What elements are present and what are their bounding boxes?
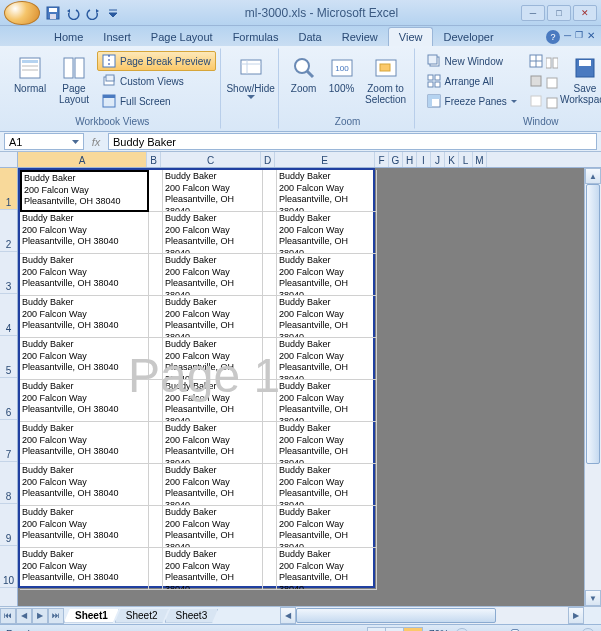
scroll-right-button[interactable]: ▶ xyxy=(568,607,584,624)
cell[interactable] xyxy=(263,338,277,380)
cell[interactable] xyxy=(263,170,277,212)
tab-nav-next[interactable]: ▶ xyxy=(32,608,48,624)
normal-view-shortcut[interactable] xyxy=(368,628,386,632)
page-layout-shortcut[interactable] xyxy=(386,628,404,632)
undo-icon[interactable] xyxy=(64,4,82,22)
formula-bar[interactable]: Buddy Baker xyxy=(108,133,597,150)
scroll-left-button[interactable]: ◀ xyxy=(280,607,296,624)
zoom-out-button[interactable]: − xyxy=(455,628,469,632)
split-button[interactable] xyxy=(524,51,542,71)
cell[interactable] xyxy=(149,212,163,254)
cell[interactable] xyxy=(149,548,163,590)
page-break-preview-button[interactable]: Page Break Preview xyxy=(97,51,216,71)
worksheet-area[interactable]: 12345678910 Buddy Baker200 Falcon WayPle… xyxy=(0,168,601,606)
cell[interactable]: Buddy Baker200 Falcon WayPleasantville, … xyxy=(20,506,149,548)
tab-nav-prev[interactable]: ◀ xyxy=(16,608,32,624)
zoom-button[interactable]: Zoom xyxy=(286,51,322,115)
cell[interactable]: Buddy Baker200 Falcon WayPleasantville, … xyxy=(277,296,377,338)
save-icon[interactable] xyxy=(44,4,62,22)
cell[interactable]: Buddy Baker200 Falcon WayPleasantville, … xyxy=(20,548,149,590)
cell[interactable] xyxy=(263,506,277,548)
sync-scroll-button[interactable] xyxy=(544,73,558,93)
cell[interactable]: Buddy Baker200 Falcon WayPleasantville, … xyxy=(277,422,377,464)
tab-home[interactable]: Home xyxy=(44,28,93,46)
row-header-6[interactable]: 6 xyxy=(0,378,17,420)
cell[interactable] xyxy=(149,254,163,296)
cell[interactable]: Buddy Baker200 Falcon WayPleasantville, … xyxy=(163,380,263,422)
hide-button[interactable] xyxy=(524,71,542,91)
doc-close-icon[interactable]: ✕ xyxy=(587,30,595,44)
cell[interactable]: Buddy Baker200 Falcon WayPleasantville, … xyxy=(163,212,263,254)
col-header-I[interactable]: I xyxy=(417,152,431,167)
fx-icon[interactable]: fx xyxy=(88,136,104,148)
col-header-G[interactable]: G xyxy=(389,152,403,167)
row-header-4[interactable]: 4 xyxy=(0,294,17,336)
cell[interactable] xyxy=(149,422,163,464)
name-box[interactable]: A1 xyxy=(4,133,84,150)
cell[interactable]: Buddy Baker200 Falcon WayPleasantville, … xyxy=(20,254,149,296)
hscroll-thumb[interactable] xyxy=(296,608,496,623)
cell[interactable]: Buddy Baker200 Falcon WayPleasantville, … xyxy=(277,338,377,380)
tab-nav-first[interactable]: ⏮ xyxy=(0,608,16,624)
normal-view-button[interactable]: Normal xyxy=(9,51,51,115)
cell[interactable]: Buddy Baker200 Falcon WayPleasantville, … xyxy=(20,380,149,422)
save-workspace-button[interactable]: Save Workspace xyxy=(560,51,601,115)
tab-data[interactable]: Data xyxy=(288,28,331,46)
cell[interactable]: Buddy Baker200 Falcon WayPleasantville, … xyxy=(277,212,377,254)
col-header-E[interactable]: E xyxy=(275,152,375,167)
show-hide-button[interactable]: Show/Hide xyxy=(228,51,274,115)
cell[interactable] xyxy=(263,464,277,506)
vertical-scrollbar[interactable]: ▲ ▼ xyxy=(584,168,601,606)
minimize-button[interactable]: ─ xyxy=(521,5,545,21)
row-header-1[interactable]: 1 xyxy=(0,168,17,210)
tab-developer[interactable]: Developer xyxy=(433,28,503,46)
col-header-H[interactable]: H xyxy=(403,152,417,167)
cell[interactable] xyxy=(149,170,163,212)
col-header-L[interactable]: L xyxy=(459,152,473,167)
cell[interactable]: Buddy Baker200 Falcon WayPleasantville, … xyxy=(20,338,149,380)
col-header-M[interactable]: M xyxy=(473,152,487,167)
full-screen-button[interactable]: Full Screen xyxy=(97,91,216,111)
maximize-button[interactable]: □ xyxy=(547,5,571,21)
zoom-selection-button[interactable]: Zoom to Selection xyxy=(362,51,410,115)
cell[interactable]: Buddy Baker200 Falcon WayPleasantville, … xyxy=(277,170,377,212)
cell[interactable] xyxy=(263,212,277,254)
tab-view[interactable]: View xyxy=(388,27,434,46)
cell[interactable] xyxy=(263,296,277,338)
sheet-tab-1[interactable]: Sheet1 xyxy=(64,609,119,623)
page-break-shortcut[interactable] xyxy=(404,628,422,632)
zoom-100-button[interactable]: 100 100% xyxy=(324,51,360,115)
cell[interactable]: Buddy Baker200 Falcon WayPleasantville, … xyxy=(20,212,149,254)
col-header-K[interactable]: K xyxy=(445,152,459,167)
cell[interactable]: Buddy Baker200 Falcon WayPleasantville, … xyxy=(20,422,149,464)
row-header-10[interactable]: 10 xyxy=(0,546,17,588)
cell[interactable]: Buddy Baker200 Falcon WayPleasantville, … xyxy=(163,254,263,296)
tab-formulas[interactable]: Formulas xyxy=(223,28,289,46)
cell[interactable] xyxy=(263,380,277,422)
scroll-down-button[interactable]: ▼ xyxy=(585,590,601,606)
doc-minimize-icon[interactable]: ─ xyxy=(564,30,571,44)
row-header-8[interactable]: 8 xyxy=(0,462,17,504)
cell[interactable]: Buddy Baker200 Falcon WayPleasantville, … xyxy=(277,380,377,422)
cell[interactable] xyxy=(149,338,163,380)
sheet-tab-3[interactable]: Sheet3 xyxy=(165,609,219,623)
zoom-in-button[interactable]: + xyxy=(581,628,595,632)
row-header-7[interactable]: 7 xyxy=(0,420,17,462)
tab-insert[interactable]: Insert xyxy=(93,28,141,46)
cell[interactable] xyxy=(149,464,163,506)
cell[interactable]: Buddy Baker200 Falcon WayPleasantville, … xyxy=(163,338,263,380)
cell[interactable]: Buddy Baker200 Falcon WayPleasantville, … xyxy=(20,464,149,506)
row-header-5[interactable]: 5 xyxy=(0,336,17,378)
col-header-A[interactable]: A xyxy=(18,152,147,167)
cell[interactable]: Buddy Baker200 Falcon WayPleasantville, … xyxy=(277,548,377,590)
arrange-all-button[interactable]: Arrange All xyxy=(422,71,522,91)
cell[interactable] xyxy=(149,296,163,338)
scroll-up-button[interactable]: ▲ xyxy=(585,168,601,184)
col-header-F[interactable]: F xyxy=(375,152,389,167)
help-icon[interactable]: ? xyxy=(546,30,560,44)
redo-icon[interactable] xyxy=(84,4,102,22)
qat-customize-icon[interactable] xyxy=(104,4,122,22)
page-layout-button[interactable]: Page Layout xyxy=(53,51,95,115)
cell[interactable] xyxy=(263,422,277,464)
cell[interactable]: Buddy Baker200 Falcon WayPleasantville, … xyxy=(163,422,263,464)
